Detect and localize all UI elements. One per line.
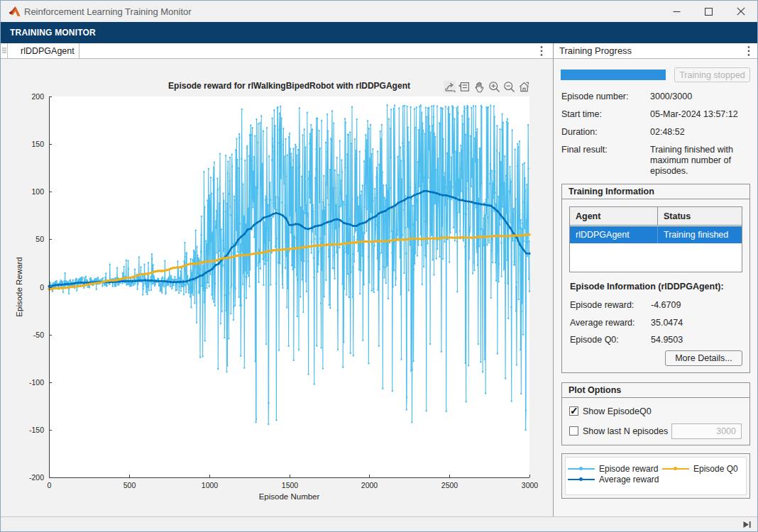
right-panel-title: Training Progress <box>559 45 632 56</box>
plot-options-group: Plot Options ✓ Show EpisodeQ0 ✓ Show las… <box>561 382 750 445</box>
close-icon <box>737 7 745 16</box>
agent-status-table: Agent Status rlDDPGAgent Training finish… <box>569 206 742 272</box>
legend-entry-episode-reward[interactable]: Episode reward <box>568 464 674 474</box>
table-row[interactable]: rlDDPGAgent Training finished <box>570 226 742 243</box>
title-bar[interactable]: Reinforcement Learning Training Monitor <box>1 1 757 22</box>
document-tab-bar: rlDDPGAgent <box>1 43 553 59</box>
zoom-in-icon[interactable] <box>488 81 500 93</box>
legend-entry-episode-q0[interactable]: Episode Q0 <box>662 464 740 474</box>
legend-label-episode-q0: Episode Q0 <box>693 464 738 474</box>
svg-text:500: 500 <box>123 481 136 489</box>
cell-agent: rlDDPGAgent <box>570 226 658 243</box>
training-information-group: Training Information Agent Status rlDDPG… <box>561 184 750 373</box>
column-header-agent[interactable]: Agent <box>570 207 658 226</box>
show-last-n-label: Show last N episodes <box>583 426 668 436</box>
svg-text:2500: 2500 <box>441 481 458 489</box>
legend-label-episode-reward: Episode reward <box>599 464 658 474</box>
duration-value: 02:48:52 <box>650 127 750 138</box>
panel-menu-button[interactable] <box>747 45 750 57</box>
svg-text:3000: 3000 <box>522 481 539 489</box>
table-header: Agent Status <box>570 207 742 226</box>
close-button[interactable] <box>725 1 757 22</box>
legend: Episode reward Average reward Episode Q0 <box>565 457 747 495</box>
restore-view-icon[interactable] <box>518 81 530 93</box>
average-reward-label: Average reward: <box>570 318 635 328</box>
window-title: Reinforcement Learning Training Monitor <box>24 6 192 17</box>
export-icon[interactable] <box>444 81 456 93</box>
svg-text:0: 0 <box>40 283 44 292</box>
episode-number-label: Episode number: <box>561 92 629 101</box>
training-stopped-button[interactable]: Training stopped <box>674 67 750 82</box>
final-result-value: Training finished with maximum number of… <box>650 145 750 177</box>
more-details-button[interactable]: More Details... <box>665 350 742 366</box>
svg-text:-200: -200 <box>29 473 44 482</box>
plot-options-title: Plot Options <box>568 385 621 395</box>
legend-marker-average-reward <box>579 477 583 481</box>
datatip-icon[interactable] <box>458 81 471 93</box>
episode-q0-label: Episode Q0: <box>570 335 619 345</box>
tab-grip-handle[interactable] <box>1 43 8 58</box>
start-time-value: 05-Mar-2024 13:57:12 <box>650 109 750 120</box>
duration-label: Duration: <box>561 127 598 137</box>
column-header-status[interactable]: Status <box>658 207 742 226</box>
pan-icon[interactable] <box>473 81 485 93</box>
svg-text:150: 150 <box>31 140 44 148</box>
tab-rlddpgagent[interactable]: rlDDPGAgent <box>8 43 79 58</box>
episode-information-title: Episode Information (rlDDPGAgent): <box>570 282 724 292</box>
training-progress-panel: Training Progress Training stopped Episo… <box>554 43 757 518</box>
show-last-n-checkbox[interactable]: ✓ <box>569 426 578 436</box>
svg-text:1000: 1000 <box>202 481 219 489</box>
legend-box: Episode reward Average reward Episode Q0 <box>561 453 750 499</box>
group-separator <box>562 397 749 398</box>
group-separator <box>562 199 749 199</box>
final-result-label: Final result: <box>561 145 608 155</box>
n-episodes-input[interactable] <box>671 423 742 439</box>
document-menu-button[interactable] <box>540 45 543 57</box>
maximize-button[interactable] <box>693 1 725 22</box>
show-episodeq0-checkbox[interactable]: ✓ <box>569 406 578 416</box>
app-window: Reinforcement Learning Training Monitor … <box>0 0 758 532</box>
episode-q0-value: 54.9503 <box>651 335 683 345</box>
figure-area: 050010001500200025003000-200-150-100-500… <box>1 59 553 518</box>
toolstrip-tab-training-monitor[interactable]: TRAINING MONITOR <box>10 28 96 38</box>
svg-text:200: 200 <box>31 92 44 101</box>
svg-text:-50: -50 <box>33 331 44 339</box>
minimize-icon <box>673 8 681 16</box>
y-axis-label: Episode Reward <box>15 257 23 316</box>
progress-fill <box>561 70 666 80</box>
legend-entry-average-reward[interactable]: Average reward <box>568 475 674 484</box>
axes-toolbar <box>444 81 530 93</box>
minimize-button[interactable] <box>661 1 693 22</box>
document-panel: rlDDPGAgent 050010001500200025003000-200… <box>1 43 553 518</box>
x-axis-label: Episode Number <box>259 492 320 501</box>
svg-text:-150: -150 <box>29 426 44 434</box>
legend-label-average-reward: Average reward <box>599 475 659 484</box>
show-episodeq0-label: Show EpisodeQ0 <box>583 406 652 416</box>
svg-text:1500: 1500 <box>282 481 299 489</box>
grip-icon <box>2 48 6 54</box>
average-reward-value: 35.0474 <box>651 318 683 328</box>
training-information-title: Training Information <box>568 187 654 196</box>
tab-label: rlDDPGAgent <box>8 46 75 56</box>
toolstrip: TRAINING MONITOR <box>1 22 757 43</box>
svg-text:0: 0 <box>48 481 52 489</box>
training-progress-bar <box>561 70 666 80</box>
start-time-label: Start time: <box>561 109 602 119</box>
matlab-logo-icon <box>9 6 21 18</box>
episode-reward-value: -4.6709 <box>651 300 681 310</box>
episode-number-value: 3000/3000 <box>650 92 750 102</box>
svg-text:-100: -100 <box>29 378 44 387</box>
episode-reward-label: Episode reward: <box>570 300 634 310</box>
chart-title: Episode reward for rlWalkingBipedRobot w… <box>168 81 410 91</box>
svg-text:2000: 2000 <box>361 481 378 489</box>
go-to-end-icon[interactable] <box>742 520 752 529</box>
maximize-icon <box>705 8 713 16</box>
status-bar <box>1 516 757 531</box>
cell-status: Training finished <box>658 226 742 243</box>
legend-marker-episode-reward <box>579 467 583 470</box>
legend-marker-episode-q0 <box>674 467 677 470</box>
zoom-out-icon[interactable] <box>503 81 515 93</box>
right-panel-header: Training Progress <box>554 43 757 59</box>
reward-chart[interactable]: 050010001500200025003000-200-150-100-500… <box>1 59 553 518</box>
svg-text:100: 100 <box>31 187 44 196</box>
